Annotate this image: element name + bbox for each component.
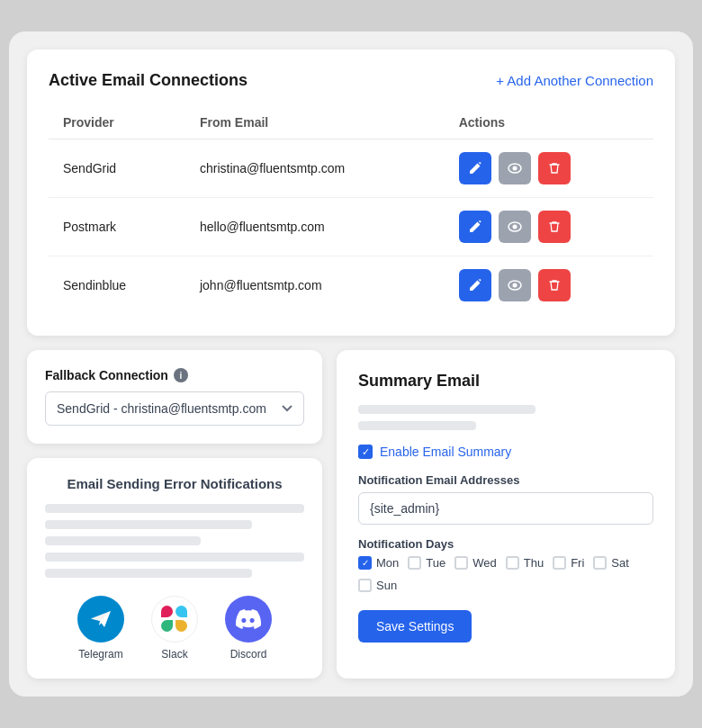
active-connections-title: Active Email Connections — [49, 71, 248, 90]
day-checkbox[interactable] — [408, 556, 421, 570]
actions-cell — [445, 256, 653, 315]
col-from-email: From Email — [185, 106, 445, 139]
actions-cell — [445, 139, 653, 198]
provider-cell: Sendinblue — [49, 256, 185, 315]
day-item: Sun — [358, 579, 397, 592]
day-item: Wed — [454, 556, 497, 570]
table-row: Sendinblue john@fluentsmtp.com — [49, 256, 653, 315]
skeleton-line-2 — [45, 520, 252, 529]
day-checkbox[interactable] — [454, 556, 468, 570]
service-icons: Telegram Slack — [45, 596, 304, 661]
day-checkbox[interactable] — [553, 556, 566, 570]
bottom-row: Fallback Connection i SendGrid - christi… — [27, 350, 675, 679]
svg-point-5 — [512, 283, 517, 288]
active-email-connections-card: Active Email Connections + Add Another C… — [27, 49, 675, 336]
day-item: Sat — [593, 556, 629, 570]
notification-emails-label: Notification Email Addresses — [358, 473, 653, 487]
enable-summary-label: Enable Email Summary — [380, 445, 511, 459]
day-label: Mon — [376, 556, 399, 570]
error-skeleton — [45, 504, 304, 578]
error-notifications-title: Email Sending Error Notifications — [45, 476, 304, 491]
summary-skeleton-1 — [358, 405, 536, 414]
discord-label: Discord — [230, 648, 267, 661]
email-cell: john@fluentsmtp.com — [185, 256, 445, 315]
svg-point-1 — [512, 166, 517, 171]
slack-label: Slack — [161, 648, 187, 661]
actions-cell — [445, 198, 653, 256]
discord-icon — [236, 609, 261, 629]
email-cell: christina@fluentsmtp.com — [185, 139, 445, 198]
delete-button[interactable] — [538, 269, 571, 301]
day-checkbox[interactable] — [358, 579, 372, 592]
email-cell: hello@fluentsmtp.com — [185, 198, 445, 256]
discord-service: Discord — [225, 596, 272, 661]
svg-point-3 — [512, 225, 517, 229]
enable-summary-row: ✓ Enable Email Summary — [358, 445, 653, 459]
day-item: ✓ Mon — [358, 556, 399, 570]
day-item: Thu — [506, 556, 544, 570]
telegram-service: Telegram — [77, 596, 124, 661]
telegram-icon — [88, 607, 113, 632]
day-label: Thu — [524, 556, 544, 570]
email-table: Provider From Email Actions SendGrid chr… — [49, 106, 653, 314]
day-item: Tue — [408, 556, 446, 570]
fallback-select[interactable]: SendGrid - christina@fluentsmtp.comPostm… — [45, 391, 304, 426]
skeleton-line-5 — [45, 569, 252, 578]
table-row: Postmark hello@fluentsmtp.com — [49, 198, 653, 256]
view-button[interactable] — [499, 211, 531, 243]
fallback-label-text: Fallback Connection — [45, 368, 168, 382]
summary-skeleton-2 — [358, 421, 476, 430]
notification-days-label: Notification Days — [358, 537, 653, 551]
edit-button[interactable] — [459, 211, 491, 243]
day-label: Sat — [611, 556, 629, 570]
notification-days-grid: ✓ Mon Tue Wed Thu Fri Sat Sun — [358, 556, 653, 592]
day-checkbox[interactable] — [506, 556, 519, 570]
discord-icon-circle — [225, 596, 272, 643]
error-notifications-card: Email Sending Error Notifications — [27, 458, 322, 679]
table-row: SendGrid christina@fluentsmtp.com — [49, 139, 653, 198]
skeleton-line-4 — [45, 553, 304, 562]
day-label: Wed — [472, 556, 497, 570]
provider-cell: Postmark — [49, 198, 185, 256]
day-item: Fri — [553, 556, 584, 570]
edit-button[interactable] — [459, 269, 491, 301]
day-checkbox[interactable]: ✓ — [358, 556, 372, 570]
save-settings-button[interactable]: Save Settings — [358, 610, 472, 643]
day-label: Fri — [571, 556, 584, 570]
add-connection-link[interactable]: + Add Another Connection — [496, 73, 653, 88]
left-column: Fallback Connection i SendGrid - christi… — [27, 350, 322, 679]
fallback-label: Fallback Connection i — [45, 368, 304, 382]
skeleton-line-3 — [45, 536, 201, 545]
edit-button[interactable] — [459, 152, 491, 184]
fallback-connection-card: Fallback Connection i SendGrid - christi… — [27, 350, 322, 444]
slack-icon — [161, 606, 188, 633]
provider-cell: SendGrid — [49, 139, 185, 198]
col-provider: Provider — [49, 106, 185, 139]
main-container: Active Email Connections + Add Another C… — [9, 31, 693, 697]
summary-email-card: Summary Email ✓ Enable Email Summary Not… — [337, 350, 675, 679]
summary-email-title: Summary Email — [358, 372, 653, 391]
delete-button[interactable] — [538, 152, 571, 184]
notification-emails-input[interactable] — [358, 492, 653, 525]
enable-summary-checkbox[interactable]: ✓ — [358, 445, 373, 459]
delete-button[interactable] — [538, 211, 571, 243]
card-header: Active Email Connections + Add Another C… — [49, 71, 653, 90]
info-icon: i — [174, 368, 188, 382]
day-checkbox[interactable] — [593, 556, 607, 570]
view-button[interactable] — [499, 269, 531, 301]
summary-skeleton — [358, 405, 653, 430]
day-label: Sun — [376, 579, 397, 592]
day-label: Tue — [426, 556, 446, 570]
view-button[interactable] — [499, 152, 531, 184]
col-actions: Actions — [445, 106, 653, 139]
telegram-icon-circle — [77, 596, 124, 643]
telegram-label: Telegram — [78, 648, 122, 661]
slack-service: Slack — [151, 596, 198, 661]
skeleton-line-1 — [45, 504, 304, 513]
slack-icon-circle — [151, 596, 198, 643]
